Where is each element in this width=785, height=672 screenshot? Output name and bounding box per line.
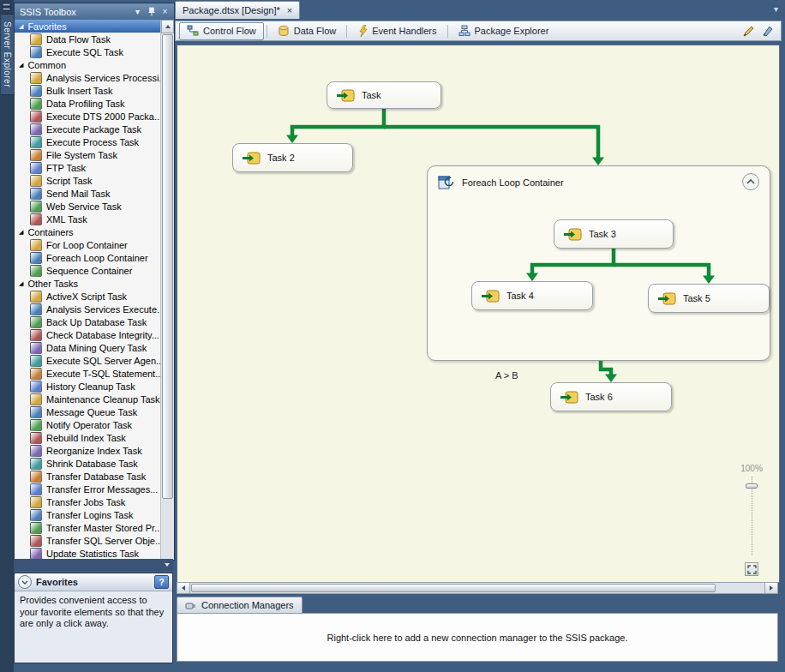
tab-label: Package Explorer bbox=[475, 26, 549, 36]
pin-icon[interactable] bbox=[146, 7, 157, 16]
toolbox-section-containers[interactable]: ◢Containers bbox=[15, 225, 161, 238]
toolbox-item[interactable]: Execute Package Task bbox=[15, 123, 161, 135]
favorites-panel-header[interactable]: Favorites ? bbox=[15, 573, 172, 591]
document-tab[interactable]: Package.dtsx [Design]* × bbox=[175, 1, 300, 19]
zoom-slider[interactable] bbox=[746, 477, 758, 555]
pen-icon[interactable] bbox=[761, 25, 774, 38]
toolbox-item-icon bbox=[30, 291, 42, 303]
toolbox-item[interactable]: Back Up Database Task bbox=[15, 315, 161, 328]
expander-icon[interactable]: ◢ bbox=[19, 62, 23, 68]
toolbox-item-label: Transfer Error Messages... bbox=[46, 484, 158, 495]
constraint-expression-label[interactable]: A > B bbox=[495, 370, 518, 381]
toolbox-item[interactable]: File System Task bbox=[15, 148, 161, 161]
window-position-icon[interactable]: ▾ bbox=[132, 6, 143, 17]
task-node[interactable]: Task 4 bbox=[471, 281, 593, 310]
toolbox-item[interactable]: Analysis Services Processi... bbox=[15, 71, 161, 84]
toolbox-section-other-tasks[interactable]: ◢Other Tasks bbox=[15, 277, 161, 290]
toolbox-item[interactable]: Foreach Loop Container bbox=[15, 251, 161, 264]
toolbox-item[interactable]: Transfer Master Stored Pr... bbox=[15, 521, 161, 534]
toolbox-item[interactable]: Transfer Database Task bbox=[15, 470, 161, 483]
toolbox-item[interactable]: Web Service Task bbox=[15, 200, 161, 213]
toolbox-item[interactable]: Update Statistics Task bbox=[15, 547, 161, 560]
toolbox-section-favorites[interactable]: ◢Favorites bbox=[15, 20, 161, 33]
design-surface[interactable]: Foreach Loop Container Task Task 2 bbox=[177, 45, 780, 583]
task-label: Task 4 bbox=[506, 291, 534, 301]
tab-package-explorer[interactable]: Package Explorer bbox=[451, 22, 557, 40]
connection-managers-tab[interactable]: Connection Managers bbox=[177, 597, 303, 613]
toolbox-section-common[interactable]: ◢Common bbox=[15, 58, 161, 71]
toolbox-item[interactable]: Execute T-SQL Statement... bbox=[15, 367, 161, 380]
foreach-loop-container-node[interactable]: Foreach Loop Container bbox=[427, 165, 770, 361]
toolbox-item[interactable]: FTP Task bbox=[15, 161, 161, 174]
toolbox-item[interactable]: For Loop Container bbox=[15, 238, 161, 251]
toolbox-scrollbar-thumb[interactable] bbox=[162, 34, 173, 499]
toolbox-header[interactable]: SSIS Toolbox ▾ × bbox=[15, 3, 174, 20]
toolbox-section-label: Containers bbox=[27, 227, 73, 237]
toolbox-item[interactable]: Notify Operator Task bbox=[15, 418, 161, 431]
server-explorer-icon bbox=[2, 3, 11, 13]
toolbox-item-label: Foreach Loop Container bbox=[46, 253, 148, 263]
toolbox-item[interactable]: Execute DTS 2000 Packa... bbox=[15, 110, 161, 123]
toolbox-item-icon bbox=[30, 46, 42, 58]
tab-control-flow[interactable]: Control Flow bbox=[179, 22, 264, 40]
toolbox-bottom-splitter[interactable] bbox=[14, 559, 173, 571]
toolbox-item[interactable]: Transfer SQL Server Obje... bbox=[15, 534, 161, 547]
toolbox-item[interactable]: Sequence Container bbox=[15, 264, 161, 277]
scroll-left-button[interactable] bbox=[177, 583, 190, 593]
ssis-toolbox-panel: SSIS Toolbox ▾ × ◢FavoritesData Flow Tas… bbox=[14, 3, 175, 561]
task-node[interactable]: Task 6 bbox=[550, 382, 672, 411]
collapse-chevron-icon[interactable] bbox=[18, 575, 32, 589]
toolbox-item-icon bbox=[30, 98, 42, 110]
toolbox-item[interactable]: Shrink Database Task bbox=[15, 457, 161, 470]
toolbox-item[interactable]: Transfer Logins Task bbox=[15, 508, 161, 521]
scroll-down-icon[interactable] bbox=[165, 563, 170, 567]
zoom-fit-button[interactable] bbox=[745, 562, 758, 576]
left-dock-strip: Server Explorer bbox=[0, 0, 14, 672]
toolbox-item[interactable]: Bulk Insert Task bbox=[15, 84, 161, 97]
expander-icon[interactable]: ◢ bbox=[19, 23, 23, 29]
toolbox-item[interactable]: Data Flow Task bbox=[15, 33, 161, 45]
toolbox-item-icon bbox=[30, 252, 42, 264]
scroll-right-button[interactable] bbox=[764, 583, 777, 593]
expander-icon[interactable]: ◢ bbox=[19, 229, 23, 235]
toolbox-item[interactable]: Execute SQL Task bbox=[15, 45, 161, 58]
toolbox-item[interactable]: Rebuild Index Task bbox=[15, 431, 161, 444]
tab-list-chevron-icon[interactable]: ▾ bbox=[774, 4, 778, 14]
tab-data-flow[interactable]: Data Flow bbox=[270, 22, 345, 40]
toolbox-item[interactable]: Analysis Services Execute... bbox=[15, 303, 161, 315]
task-node[interactable]: Task bbox=[327, 81, 441, 109]
task-node[interactable]: Task 2 bbox=[232, 143, 353, 172]
pencil-icon[interactable] bbox=[742, 25, 755, 38]
toolbox-item[interactable]: XML Task bbox=[15, 213, 161, 225]
task-node[interactable]: Task 3 bbox=[554, 219, 674, 249]
close-icon[interactable]: × bbox=[287, 6, 292, 15]
zoom-slider-thumb[interactable] bbox=[746, 483, 758, 489]
toolbox-item[interactable]: Message Queue Task bbox=[15, 405, 161, 418]
tab-event-handlers[interactable]: Event Handlers bbox=[350, 22, 444, 40]
connection-managers-area[interactable]: Right-click here to add a new connection… bbox=[177, 613, 778, 662]
toolbox-item[interactable]: ActiveX Script Task bbox=[15, 290, 161, 303]
scroll-up-button[interactable] bbox=[161, 20, 174, 33]
toolbox-item[interactable]: Maintenance Cleanup Task bbox=[15, 393, 161, 405]
server-explorer-tab[interactable]: Server Explorer bbox=[1, 14, 15, 95]
container-collapse-button[interactable] bbox=[742, 173, 759, 190]
toolbox-item[interactable]: Execute SQL Server Agen... bbox=[15, 354, 161, 367]
close-icon[interactable]: × bbox=[159, 6, 171, 17]
toolbox-section-label: Other Tasks bbox=[27, 279, 78, 289]
toolbox-item[interactable]: History Cleanup Task bbox=[15, 380, 161, 393]
expander-icon[interactable]: ◢ bbox=[19, 280, 23, 286]
toolbox-item[interactable]: Transfer Error Messages... bbox=[15, 483, 161, 495]
help-icon[interactable]: ? bbox=[154, 575, 169, 589]
toolbox-item[interactable]: Data Mining Query Task bbox=[15, 341, 161, 354]
task-node[interactable]: Task 5 bbox=[648, 284, 770, 313]
toolbox-scrollbar[interactable] bbox=[160, 20, 174, 560]
toolbox-item[interactable]: Reorganize Index Task bbox=[15, 444, 161, 457]
horizontal-scrollbar-thumb[interactable] bbox=[191, 584, 716, 592]
toolbox-item[interactable]: Transfer Jobs Task bbox=[15, 495, 161, 508]
toolbox-item[interactable]: Data Profiling Task bbox=[15, 97, 161, 110]
toolbox-item[interactable]: Execute Process Task bbox=[15, 135, 161, 148]
horizontal-scrollbar[interactable] bbox=[177, 582, 778, 594]
toolbox-item[interactable]: Send Mail Task bbox=[15, 187, 161, 200]
toolbox-item[interactable]: Script Task bbox=[15, 174, 161, 187]
toolbox-item[interactable]: Check Database Integrity... bbox=[15, 328, 161, 341]
